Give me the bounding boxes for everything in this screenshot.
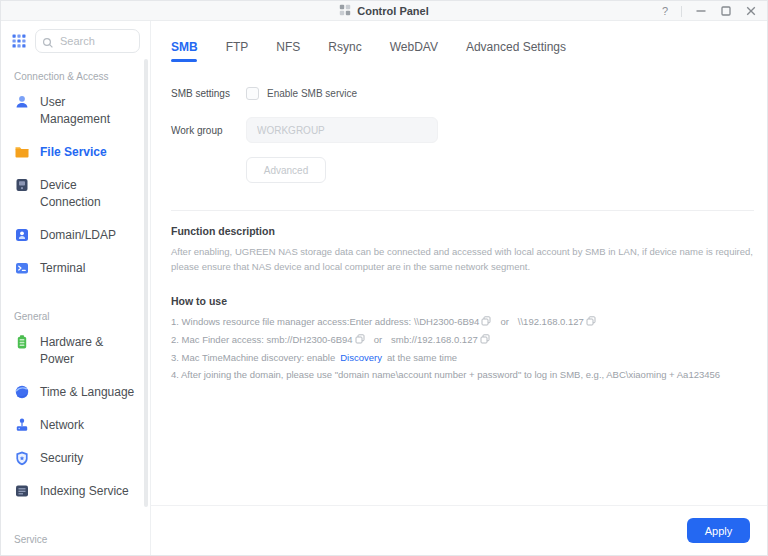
section-connection-access: Connection & Access xyxy=(14,71,150,82)
folder-icon xyxy=(14,144,30,160)
howto-line-4: 4. After joining the domain, please use … xyxy=(171,366,754,383)
sidebar: Connection & Access User Management File… xyxy=(1,21,151,555)
section-divider xyxy=(171,210,754,211)
titlebar-divider xyxy=(681,6,682,17)
sidebar-item-time-language[interactable]: Time & Language xyxy=(14,384,150,401)
howto-line-2: 2. Mac Finder access: smb://DH2300-6B94o… xyxy=(171,331,754,349)
sidebar-item-terminal[interactable]: Terminal xyxy=(14,260,150,277)
control-panel-window: Control Panel ? xyxy=(0,0,768,556)
how-to-use-list: 1. Windows resource file manager access:… xyxy=(171,313,754,383)
apply-button[interactable]: Apply xyxy=(687,518,750,543)
search-icon xyxy=(42,35,54,53)
globe-icon xyxy=(14,384,30,400)
section-service: Service xyxy=(14,534,150,545)
index-icon xyxy=(14,483,30,499)
window-title: Control Panel xyxy=(357,5,429,17)
copy-icon[interactable] xyxy=(480,332,490,349)
workgroup-input[interactable] xyxy=(246,117,438,143)
terminal-icon xyxy=(14,260,30,276)
copy-icon[interactable] xyxy=(355,332,365,349)
minimize-icon xyxy=(696,6,706,16)
smb-settings-label: SMB settings xyxy=(171,88,246,99)
tab-rsync[interactable]: Rsync xyxy=(328,40,361,54)
footer-bar: Apply xyxy=(151,505,767,555)
sidebar-item-domain-ldap[interactable]: Domain/LDAP xyxy=(14,227,150,244)
sidebar-item-file-service[interactable]: File Service xyxy=(14,144,150,161)
maximize-icon xyxy=(721,6,731,16)
workgroup-label: Work group xyxy=(171,125,246,136)
minimize-button[interactable] xyxy=(695,5,707,17)
device-icon xyxy=(14,177,30,193)
enable-smb-checkbox[interactable] xyxy=(246,87,259,100)
function-description-heading: Function description xyxy=(171,225,754,237)
sidebar-item-hardware-power[interactable]: Hardware & Power xyxy=(14,334,150,368)
help-button[interactable]: ? xyxy=(662,5,668,17)
sidebar-item-security[interactable]: Security xyxy=(14,450,150,467)
discovery-link[interactable]: Discovery xyxy=(340,352,382,363)
main-panel: SMB FTP NFS Rsync WebDAV Advanced Settin… xyxy=(151,21,767,555)
howto-line-1: 1. Windows resource file manager access:… xyxy=(171,313,754,331)
tab-smb[interactable]: SMB xyxy=(171,40,198,54)
smb-settings-content: SMB settings Enable SMB service Work gro… xyxy=(151,59,767,505)
control-panel-icon xyxy=(339,2,351,20)
network-icon xyxy=(14,417,30,433)
function-description-body: After enabling, UGREEN NAS storage data … xyxy=(171,244,754,274)
sidebar-item-indexing-service[interactable]: Indexing Service xyxy=(14,483,150,500)
section-general: General xyxy=(14,311,150,322)
copy-icon[interactable] xyxy=(481,314,491,331)
tab-ftp[interactable]: FTP xyxy=(226,40,249,54)
domain-icon xyxy=(14,227,30,243)
copy-icon[interactable] xyxy=(586,314,596,331)
sidebar-item-device-connection[interactable]: Device Connection xyxy=(14,177,150,211)
apps-grid-button[interactable] xyxy=(11,33,27,49)
user-icon xyxy=(14,94,30,110)
tab-webdav[interactable]: WebDAV xyxy=(390,40,438,54)
enable-smb-label: Enable SMB service xyxy=(267,88,357,99)
titlebar: Control Panel ? xyxy=(1,1,767,21)
tab-advanced-settings[interactable]: Advanced Settings xyxy=(466,40,566,54)
apps-grid-icon xyxy=(12,34,26,48)
maximize-button[interactable] xyxy=(720,5,732,17)
tab-nfs[interactable]: NFS xyxy=(276,40,300,54)
sidebar-item-user-management[interactable]: User Management xyxy=(14,94,150,128)
sidebar-item-network[interactable]: Network xyxy=(14,417,150,434)
sidebar-scrollbar[interactable] xyxy=(144,59,148,507)
shield-icon xyxy=(14,450,30,466)
advanced-button[interactable]: Advanced xyxy=(246,157,326,183)
close-button[interactable] xyxy=(745,5,757,17)
how-to-use-heading: How to use xyxy=(171,295,754,307)
sidebar-nav: Connection & Access User Management File… xyxy=(1,57,150,545)
tabbar: SMB FTP NFS Rsync WebDAV Advanced Settin… xyxy=(151,21,767,59)
battery-icon xyxy=(14,334,30,350)
close-icon xyxy=(746,6,756,16)
howto-line-3: 3. Mac TimeMachine discovery: enableDisc… xyxy=(171,349,754,366)
